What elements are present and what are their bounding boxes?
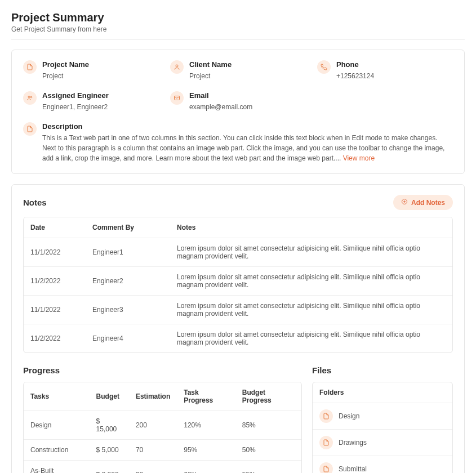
page-title: Project Summary xyxy=(11,11,465,24)
table-row: As-Built Drawings$ 2,0003060%55% xyxy=(24,461,301,473)
field-value: Project xyxy=(42,71,159,81)
cell-comment-by: Engineer1 xyxy=(86,238,170,267)
field-label: Assigned Engineer xyxy=(42,91,159,100)
cell-budget-progress: 50% xyxy=(235,440,301,461)
folder-name: Design xyxy=(339,412,359,420)
folder-item[interactable]: Design xyxy=(313,403,452,430)
cell-notes: Lorem ipsum dolor sit amet consectetur a… xyxy=(170,324,452,352)
notes-header: Notes Add Notes xyxy=(23,195,453,210)
field-label: Project Name xyxy=(42,60,159,69)
field-label: Email xyxy=(189,91,306,100)
project-summary-card: Project Name Project Client Name Project… xyxy=(11,50,465,174)
files-title: Files xyxy=(312,365,453,375)
view-more-link[interactable]: View more xyxy=(343,154,375,162)
cell-task-progress: 60% xyxy=(177,461,235,473)
field-project-name: Project Name Project xyxy=(23,60,159,81)
page-subtitle: Get Project Summary from here xyxy=(11,25,465,33)
cell-task: Construction xyxy=(24,440,90,461)
svg-point-1 xyxy=(28,96,30,98)
cell-estimation: 70 xyxy=(129,440,177,461)
field-value: Project xyxy=(189,71,306,81)
svg-point-0 xyxy=(176,65,178,67)
folder-name: Submittal xyxy=(339,465,367,473)
phone-icon xyxy=(317,60,331,74)
user-icon xyxy=(170,60,184,74)
notes-table: Date Comment By Notes 11/1/2022Engineer1… xyxy=(23,217,453,353)
table-row: 11/2/2022Engineer4Lorem ipsum dolor sit … xyxy=(24,324,452,352)
folder-item[interactable]: Submittal xyxy=(313,456,452,473)
add-notes-button[interactable]: Add Notes xyxy=(393,195,453,210)
document-icon xyxy=(319,462,333,473)
email-icon xyxy=(170,91,184,105)
table-row: 11/1/2022Engineer1Lorem ipsum dolor sit … xyxy=(24,238,452,267)
field-phone: Phone +125623124 xyxy=(317,60,453,81)
col-tasks: Tasks xyxy=(24,382,90,411)
table-row: Construction$ 5,0007095%50% xyxy=(24,440,301,461)
divider xyxy=(11,39,465,39)
folders-header: Folders xyxy=(313,382,452,403)
cell-budget: $ 2,000 xyxy=(90,461,129,473)
col-notes: Notes xyxy=(170,217,452,238)
cell-task: As-Built Drawings xyxy=(24,461,90,473)
cell-task: Design xyxy=(24,411,90,440)
notes-title: Notes xyxy=(23,198,47,207)
cell-notes: Lorem ipsum dolor sit amet consectetur a… xyxy=(170,238,452,267)
progress-title: Progress xyxy=(23,365,302,375)
field-assigned-engineer: Assigned Engineer Engineer1, Engineer2 xyxy=(23,91,159,112)
cell-date: 11/1/2022 xyxy=(24,296,86,324)
svg-point-2 xyxy=(30,96,32,98)
cell-budget-progress: 85% xyxy=(235,411,301,440)
cell-estimation: 30 xyxy=(129,461,177,473)
field-value: Engineer1, Engineer2 xyxy=(42,102,159,112)
field-label: Client Name xyxy=(189,60,306,69)
cell-task-progress: 120% xyxy=(177,411,235,440)
field-value: example@email.com xyxy=(189,102,306,112)
cell-budget: $ 15,000 xyxy=(90,411,129,440)
document-icon xyxy=(23,60,37,74)
cell-notes: Lorem ipsum dolor sit amet consectetur a… xyxy=(170,296,452,324)
cell-date: 11/2/2022 xyxy=(24,324,86,352)
folder-item[interactable]: Drawings xyxy=(313,430,452,456)
table-row: 11/2/2022Engineer2Lorem ipsum dolor sit … xyxy=(24,267,452,296)
col-comment-by: Comment By xyxy=(86,217,170,238)
cell-budget: $ 5,000 xyxy=(90,440,129,461)
document-icon xyxy=(319,436,333,449)
users-icon xyxy=(23,91,37,105)
field-label: Description xyxy=(42,122,453,131)
col-budget: Budget xyxy=(90,382,129,411)
cell-task-progress: 95% xyxy=(177,440,235,461)
details-card: Notes Add Notes Date Comment By Notes 11… xyxy=(11,184,465,473)
field-value: +125623124 xyxy=(336,71,453,81)
folder-name: Drawings xyxy=(339,439,367,447)
field-label: Phone xyxy=(336,60,453,69)
field-description: Description This is a Text web part in o… xyxy=(23,122,453,163)
cell-comment-by: Engineer4 xyxy=(86,324,170,352)
add-notes-label: Add Notes xyxy=(411,199,445,207)
folders-list: Folders DesignDrawingsSubmittalOther Ite… xyxy=(312,382,453,473)
table-row: 11/1/2022Engineer3Lorem ipsum dolor sit … xyxy=(24,296,452,324)
col-date: Date xyxy=(24,217,86,238)
document-icon xyxy=(319,409,333,423)
progress-table: Tasks Budget Estimation Task Progress Bu… xyxy=(23,382,302,473)
field-value: This is a Text web part in one of two co… xyxy=(42,133,453,163)
cell-comment-by: Engineer3 xyxy=(86,296,170,324)
cell-date: 11/1/2022 xyxy=(24,238,86,267)
col-budget-progress: Budget Progress xyxy=(235,382,301,411)
cell-estimation: 200 xyxy=(129,411,177,440)
field-client-name: Client Name Project xyxy=(170,60,306,81)
col-task-progress: Task Progress xyxy=(177,382,235,411)
description-text: This is a Text web part in one of two co… xyxy=(42,134,444,162)
cell-comment-by: Engineer2 xyxy=(86,267,170,296)
plus-circle-icon xyxy=(401,198,408,207)
cell-budget-progress: 55% xyxy=(235,461,301,473)
cell-notes: Lorem ipsum dolor sit amet consectetur a… xyxy=(170,267,452,296)
cell-date: 11/2/2022 xyxy=(24,267,86,296)
document-icon xyxy=(23,122,37,136)
col-estimation: Estimation xyxy=(129,382,177,411)
field-email: Email example@email.com xyxy=(170,91,306,112)
page-header: Project Summary Get Project Summary from… xyxy=(11,11,465,33)
table-row: Design$ 15,000200120%85% xyxy=(24,411,301,440)
